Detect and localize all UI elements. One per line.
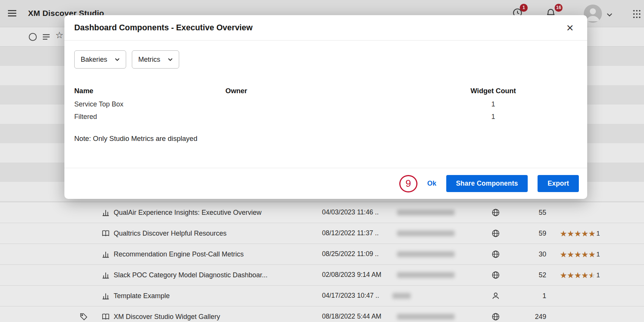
project-select-value: Bakeries <box>81 56 107 64</box>
components-table: Name Owner Widget Count Service Top Box … <box>74 84 577 123</box>
components-table-header: Name Owner Widget Count <box>74 84 577 98</box>
header-widget-count: Widget Count <box>465 87 522 95</box>
modal-header: Dashboard Components - Executive Overvie… <box>64 15 587 41</box>
widget-count-value: 1 <box>465 113 522 121</box>
modal-body: Bakeries Metrics Name Owner Widget Count… <box>64 41 587 153</box>
dashboard-components-modal: Dashboard Components - Executive Overvie… <box>64 15 587 199</box>
export-button[interactable]: Export <box>538 175 579 192</box>
chevron-down-icon <box>168 58 173 61</box>
modal-footer: 9 Ok Share Components Export <box>64 168 587 199</box>
component-name: Service Top Box <box>74 100 225 108</box>
widget-count-value: 1 <box>465 100 522 108</box>
component-name: Filtered <box>74 113 225 121</box>
filters: Bakeries Metrics <box>74 50 577 69</box>
annotation-step-circle: 9 <box>399 175 417 192</box>
components-table-row: Service Top Box 1 <box>74 98 577 111</box>
header-name: Name <box>74 87 225 95</box>
header-owner: Owner <box>225 87 465 95</box>
ok-button[interactable]: Ok <box>427 180 436 188</box>
components-table-row: Filtered 1 <box>74 111 577 123</box>
project-select[interactable]: Bakeries <box>74 50 126 69</box>
chevron-down-icon <box>115 58 120 61</box>
component-type-select-value: Metrics <box>138 56 160 64</box>
share-components-button[interactable]: Share Components <box>446 175 528 192</box>
close-icon[interactable]: × <box>566 22 574 34</box>
component-type-select[interactable]: Metrics <box>132 50 179 69</box>
note-text: Note: Only Studio Metrics are displayed <box>74 134 577 143</box>
app-root: XM Discover Studio 1 16 ☆ QualAi <box>0 0 644 322</box>
modal-title: Dashboard Components - Executive Overvie… <box>74 23 253 33</box>
